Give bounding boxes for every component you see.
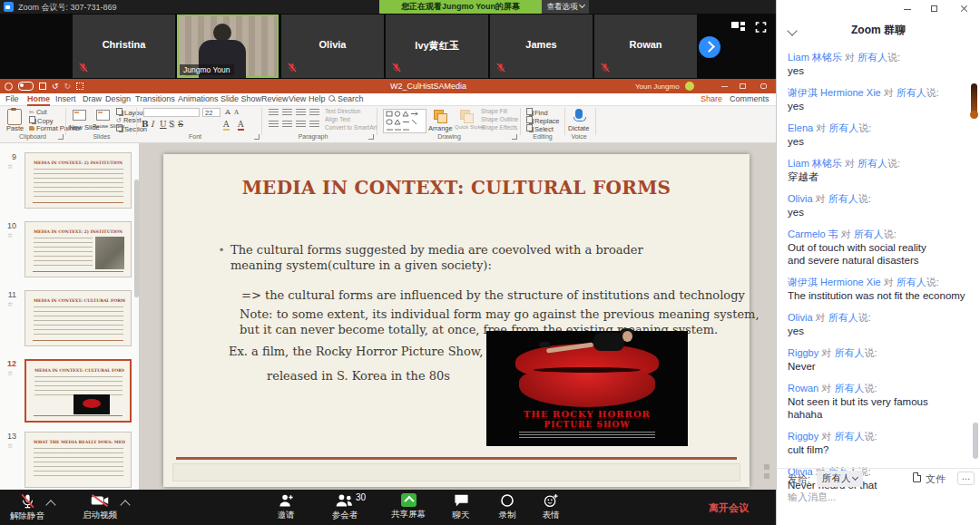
slide-thumbnail-9[interactable]: MEDIA IN CONTEXT: 2) INSTITUTION [24, 152, 132, 209]
arrange-icon[interactable] [434, 110, 444, 120]
italic-button[interactable]: I [151, 120, 154, 129]
redo-icon[interactable]: ↻ [64, 83, 72, 91]
ppt-minimize-icon[interactable] [721, 86, 728, 87]
ppt-comments-button[interactable]: Comments [730, 94, 769, 103]
send-to-dropdown[interactable]: 所有人 [817, 471, 863, 487]
ppt-maximize-icon[interactable] [740, 83, 746, 89]
rocky-horror-poster[interactable]: THE ROCKY HORROR PICTURE SHOW [486, 331, 688, 446]
participant-tile[interactable]: Christina [73, 15, 175, 78]
grow-font-button[interactable]: A [225, 108, 230, 116]
fullscreen-icon[interactable] [754, 22, 768, 33]
slide-line-2[interactable]: => the cultural forms are influenced by … [241, 287, 768, 303]
shape-fill-button[interactable]: Shape Fill [481, 108, 507, 114]
participant-video-tile[interactable]: Jungmo Youn [177, 15, 279, 78]
font-color-button[interactable]: A [238, 120, 244, 131]
tab-file[interactable]: File [5, 94, 19, 103]
avatar[interactable] [685, 82, 694, 91]
tab-design[interactable]: Design [105, 94, 131, 103]
slide-bullet-1[interactable]: The cultural forms suggested by media ar… [230, 242, 657, 273]
align-text-button[interactable]: Align Text [325, 116, 350, 122]
account-name[interactable]: Youn Jungmo [635, 83, 680, 91]
clipboard-dialog-launcher[interactable] [58, 134, 64, 140]
tab-draw[interactable]: Draw [83, 94, 102, 103]
convert-smartart-button[interactable]: Convert to SmartArt [325, 124, 377, 131]
tab-slide-show[interactable]: Slide Show [220, 94, 261, 103]
font-name-combo[interactable] [143, 108, 200, 117]
slide-title[interactable]: MEDIA IN CONTEXT: CULTURAL FORMS [163, 177, 750, 199]
indent-decrease-icon[interactable] [296, 109, 306, 117]
tab-review[interactable]: Review [261, 94, 289, 103]
font-dialog-launcher[interactable] [254, 134, 260, 140]
reset-button[interactable]: ↺Reset [116, 116, 141, 124]
reactions-button[interactable]: 表情 [525, 493, 576, 521]
tab-view[interactable]: View [289, 94, 306, 103]
shape-outline-button[interactable]: Shape Outline [481, 116, 518, 122]
chat-close-icon[interactable] [960, 5, 968, 14]
reuse-slides-icon[interactable] [96, 110, 110, 121]
underline-button[interactable]: U [160, 120, 167, 129]
paste-icon[interactable] [7, 109, 22, 125]
participant-tile[interactable]: Olivia [281, 15, 384, 78]
more-options-button[interactable]: … [957, 472, 975, 485]
tab-animations[interactable]: Animations [178, 94, 219, 103]
gallery-view-icon[interactable] [731, 22, 745, 33]
view-options-button[interactable]: 查看选项 [542, 0, 589, 14]
indent-increase-icon[interactable] [309, 109, 319, 117]
numbering-icon[interactable] [282, 109, 292, 117]
bullets-icon[interactable] [269, 109, 279, 117]
leave-meeting-button[interactable]: 离开会议 [709, 501, 749, 515]
text-shadow-button[interactable]: S [169, 120, 174, 129]
slide-thumbnail-11[interactable]: MEDIA IN CONTEXT: CULTURAL FORMS [24, 290, 132, 346]
dictate-icon[interactable] [575, 109, 583, 119]
scroll-down-arrow[interactable] [764, 473, 769, 479]
scroll-up-arrow[interactable] [764, 464, 769, 470]
align-center-icon[interactable] [282, 121, 292, 129]
dictate-button[interactable]: Dictate [568, 124, 589, 132]
shrink-font-button[interactable]: A [234, 109, 239, 116]
participant-tile[interactable]: Ivy黄红玉 [386, 15, 488, 78]
invite-button[interactable]: 邀请 [260, 493, 311, 521]
chat-input[interactable] [786, 491, 971, 503]
select-button[interactable]: Select [526, 124, 554, 133]
chat-button[interactable]: 聊天 [436, 493, 486, 521]
next-participants-button[interactable] [699, 36, 720, 58]
align-right-icon[interactable] [296, 121, 306, 129]
align-left-icon[interactable] [269, 121, 279, 129]
participant-tile[interactable]: James [490, 15, 593, 78]
share-screen-button[interactable]: 共享屏幕 [383, 493, 434, 520]
chat-scrollbar-marker[interactable] [971, 83, 977, 116]
customize-qat-icon[interactable] [76, 83, 83, 90]
cut-button[interactable]: ✂Cut [29, 108, 47, 116]
undo-icon[interactable]: ↺ [52, 83, 59, 91]
search-box[interactable]: Search [338, 94, 364, 103]
unmute-button[interactable]: 解除静音 [2, 493, 53, 522]
strikethrough-button[interactable]: S [178, 120, 183, 129]
app-icon[interactable] [5, 83, 13, 91]
ppt-share-button[interactable]: Share [701, 94, 722, 103]
drawing-dialog-launcher[interactable] [512, 134, 517, 140]
save-icon[interactable] [39, 83, 46, 90]
font-size-combo[interactable]: 22 [202, 108, 220, 117]
highlight-color-button[interactable]: A [223, 120, 230, 131]
chat-minimize-icon[interactable] [904, 5, 911, 10]
ppt-close-icon[interactable] [760, 83, 767, 89]
participant-tile[interactable]: Rowan [594, 15, 697, 78]
slide-thumbnail-13[interactable]: WHAT THE MEDIA REALLY DOES: MEDIATION [24, 432, 132, 488]
paragraph-dialog-launcher[interactable] [368, 134, 374, 140]
paste-button[interactable]: Paste [6, 124, 24, 132]
chat-scrollbar[interactable] [973, 423, 978, 459]
tab-home[interactable]: Home [27, 94, 50, 106]
arrange-button[interactable]: Arrange [428, 124, 453, 132]
start-video-button[interactable]: 启动视频 [74, 493, 125, 521]
shapes-gallery[interactable] [383, 109, 426, 133]
slide-thumbnail-12-selected[interactable]: MEDIA IN CONTEXT: CULTURAL FORMS [24, 359, 132, 423]
tab-insert[interactable]: Insert [55, 94, 76, 103]
slide-thumbnail-10[interactable]: MEDIA IN CONTEXT: 2) INSTITUTION [24, 221, 132, 277]
thumbnail-scrollbar[interactable] [134, 180, 139, 297]
canvas-scrollbar[interactable] [764, 149, 769, 484]
chat-maximize-icon[interactable] [931, 5, 937, 12]
quick-styles-icon[interactable] [460, 110, 470, 120]
text-direction-button[interactable]: Text Direction [325, 108, 360, 114]
bold-button[interactable]: B [142, 120, 149, 129]
new-slide-icon[interactable] [73, 110, 86, 121]
